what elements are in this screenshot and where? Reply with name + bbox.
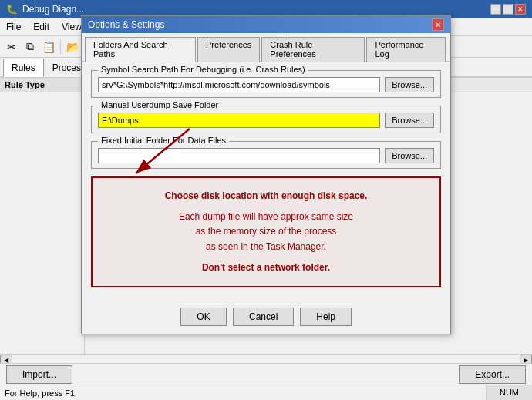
datafiles-field-row: Browse... (98, 148, 434, 163)
datafiles-browse-btn[interactable]: Browse... (385, 148, 434, 163)
cancel-button[interactable]: Cancel (233, 308, 294, 326)
app-title-left: 🐛 Debug Diagn... (6, 4, 84, 15)
datafiles-group-label: Fixed Initial Folder For Data Files (98, 136, 229, 145)
app-title: Debug Diagn... (22, 4, 84, 15)
tab-perf-log[interactable]: Performance Log (366, 37, 446, 62)
tab-crash-rule[interactable]: Crash Rule Preferences (261, 37, 365, 62)
annotation-box: Choose disk location with enough disk sp… (91, 176, 441, 287)
menu-edit[interactable]: Edit (27, 20, 56, 34)
annotation-line5: Don't select a network folder. (105, 261, 427, 275)
symbol-input[interactable] (98, 77, 380, 92)
dialog-title: Options & Settings (88, 19, 164, 30)
annotation-area: Choose disk location with enough disk sp… (91, 176, 441, 287)
datafiles-input[interactable] (98, 148, 380, 163)
userdump-group-label: Manual Userdump Save Folder (98, 100, 221, 109)
tab-folders[interactable]: Folders And Search Paths (85, 37, 196, 62)
toolbar-paste[interactable]: 📋 (40, 39, 57, 55)
symbol-field-row: Browse... (98, 77, 434, 92)
toolbar-copy[interactable]: ⧉ (22, 39, 39, 55)
help-button[interactable]: Help (300, 308, 352, 326)
status-text: For Help, press F1 (5, 388, 75, 398)
dialog-tab-bar: Folders And Search Paths Preferences Cra… (82, 33, 450, 62)
annotation-line2: Each dump file will have approx same siz… (105, 210, 427, 224)
menu-file[interactable]: File (0, 20, 27, 34)
toolbar-cut[interactable]: ✂ (3, 39, 20, 55)
options-dialog[interactable]: Options & Settings ✕ Folders And Search … (81, 15, 451, 334)
ok-button[interactable]: OK (180, 308, 227, 326)
userdump-browse-btn[interactable]: Browse... (385, 113, 434, 128)
userdump-input[interactable] (98, 113, 380, 128)
dialog-footer: OK Cancel Help (82, 301, 450, 334)
annotation-line4: as seen in the Task Manager. (105, 240, 427, 254)
userdump-group: Manual Userdump Save Folder Browse... (91, 106, 441, 133)
close-btn[interactable]: ✕ (515, 4, 526, 15)
import-button[interactable]: Import... (6, 365, 72, 384)
maximize-btn[interactable]: □ (503, 4, 513, 15)
left-panel: Rule Type (0, 78, 85, 362)
dialog-titlebar: Options & Settings ✕ (82, 16, 450, 33)
dialog-body: Symbol Search Path For Debugging (i.e. C… (82, 62, 450, 301)
tab-preferences[interactable]: Preferences (197, 37, 260, 62)
left-panel-header: Rule Type (0, 78, 84, 92)
toolbar-sep (60, 39, 61, 55)
symbol-group-label: Symbol Search Path For Debugging (i.e. C… (98, 65, 308, 74)
num-indicator: NUM (486, 385, 532, 400)
datafiles-group: Fixed Initial Folder For Data Files Brow… (91, 141, 441, 169)
dialog-close-icon[interactable]: ✕ (432, 18, 444, 31)
annotation-line3: as the memory size of the process (105, 224, 427, 239)
tab-rules[interactable]: Rules (3, 59, 44, 77)
toolbar-open[interactable]: 📂 (64, 39, 81, 55)
symbol-group: Symbol Search Path For Debugging (i.e. C… (91, 70, 441, 98)
bottom-bar: Import... Export... (0, 363, 532, 385)
symbol-browse-btn[interactable]: Browse... (385, 77, 434, 92)
annotation-line1: Choose disk location with enough disk sp… (105, 189, 427, 203)
status-bar: For Help, press F1 NUM (0, 385, 532, 400)
export-button[interactable]: Export... (459, 365, 526, 384)
userdump-field-row: Browse... (98, 113, 434, 128)
minimize-btn[interactable]: ─ (490, 4, 501, 15)
app-icon: 🐛 (6, 4, 18, 15)
